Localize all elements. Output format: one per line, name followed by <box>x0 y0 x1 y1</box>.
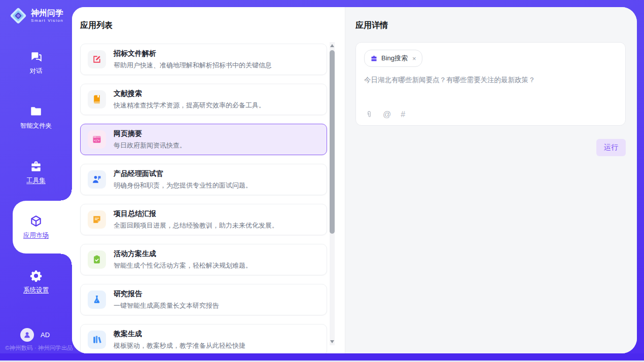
query-text[interactable]: 今日湖北有哪些新闻要点？有哪些需要关注的最新政策？ <box>364 76 617 85</box>
app-card[interactable]: 教案生成 模板驱动，教案秒成，教学准备从此轻松快捷 <box>80 324 327 353</box>
folder-icon <box>29 105 43 118</box>
at-mention-icon[interactable]: @ <box>383 111 391 119</box>
user-label: AD <box>41 331 50 339</box>
app-card-desc: 一键智能生成高质量长文本研究报告 <box>114 301 219 310</box>
clipboard-check-icon <box>88 250 106 269</box>
sidebar-item-chat[interactable]: 对话 <box>0 50 72 76</box>
app-card-desc: 智能生成个性化活动方案，轻松解决规划难题。 <box>114 261 252 270</box>
app-list-panel: 应用列表 招标文件解析 帮助用户快速、准确地理解和解析招标书中的关键信息 文献搜… <box>72 7 345 353</box>
app-detail-title: 应用详情 <box>355 20 626 31</box>
sidebar-item-label: 智能文件夹 <box>20 122 52 130</box>
brand-logo: 神州问学 Smart Vision <box>0 0 72 25</box>
app-card-texts: 招标文件解析 帮助用户快速、准确地理解和解析招标书中的关键信息 <box>114 49 272 70</box>
app-card-texts: 活动方案生成 智能生成个性化活动方案，轻松解决规划难题。 <box>114 249 252 270</box>
sidebar-item-app-market[interactable]: 应用市场 <box>0 214 72 240</box>
app-card-desc: 明确身份和职责，为您提供专业性的面试问题。 <box>114 181 252 190</box>
bottom-bar <box>0 353 644 360</box>
app-card-texts: 教案生成 模板驱动，教案秒成，教学准备从此轻松快捷 <box>114 330 245 350</box>
sidebar-item-label: 应用市场 <box>23 231 49 240</box>
app-detail-panel: 应用详情 Bing搜索 × 今日湖北有哪些新闻要点？有哪些需要关注的最新政策？ … <box>345 7 637 353</box>
app-card-desc: 全面回顾项目进展，总结经验教训，助力未来优化发展。 <box>114 221 278 230</box>
app-card-texts: 项目总结汇报 全面回顾项目进展，总结经验教训，助力未来优化发展。 <box>114 209 278 230</box>
diamond-logo-icon <box>9 7 27 25</box>
book-icon <box>88 90 106 108</box>
brand-subtitle: Smart Vision <box>31 18 63 23</box>
app-card[interactable]: 活动方案生成 智能生成个性化活动方案，轻松解决规划难题。 <box>80 244 327 275</box>
sidebar-item-toolset[interactable]: 工具集 <box>0 159 72 186</box>
app-card-title: 活动方案生成 <box>114 249 252 259</box>
flask-icon <box>88 291 106 309</box>
copyright-footer: ©神州数码 · 神州问学出品 <box>5 344 73 352</box>
interviewer-icon <box>88 170 106 189</box>
gear-icon <box>29 269 43 282</box>
tool-chip-bing-search[interactable]: Bing搜索 × <box>364 50 422 67</box>
chat-icon <box>29 50 43 63</box>
app-card[interactable]: 研究报告 一键智能生成高质量长文本研究报告 <box>80 284 327 315</box>
sidebar-item-label: 对话 <box>30 67 43 76</box>
brand-name: 神州问学 <box>31 9 63 18</box>
scrollbar[interactable] <box>330 42 335 345</box>
note-icon <box>88 210 106 229</box>
app-card-title: 招标文件解析 <box>114 49 272 58</box>
app-card-desc: 模板驱动，教案秒成，教学准备从此轻松快捷 <box>114 341 245 350</box>
scroll-up-icon[interactable] <box>330 44 334 47</box>
sidebar: 神州问学 Smart Vision 对话 智能文件夹 工具集 应用市场 系统设置… <box>0 0 72 360</box>
sidebar-item-smart-folder[interactable]: 智能文件夹 <box>0 104 72 131</box>
app-card-desc: 快速精准查找学术资源，提高研究效率的必备工具。 <box>114 101 265 110</box>
app-card-texts: 产品经理面试官 明确身份和职责，为您提供专业性的面试问题。 <box>114 169 252 190</box>
app-card-title: 研究报告 <box>114 289 219 299</box>
edit-square-icon <box>88 50 106 68</box>
cube-icon <box>29 214 43 228</box>
app-card-texts: 网页摘要 每日政府新闻资讯快查。 <box>114 129 186 150</box>
sidebar-item-label: 工具集 <box>26 176 46 185</box>
brand-text: 神州问学 Smart Vision <box>31 9 63 22</box>
app-card-title: 项目总结汇报 <box>114 209 278 219</box>
app-card-list: 招标文件解析 帮助用户快速、准确地理解和解析招标书中的关键信息 文献搜索 快速精… <box>80 44 327 353</box>
browser-code-icon: </> <box>88 130 106 149</box>
toolbox-icon <box>29 160 43 173</box>
app-card-title: 教案生成 <box>114 330 245 339</box>
app-card[interactable]: 文献搜索 快速精准查找学术资源，提高研究效率的必备工具。 <box>80 84 327 115</box>
sidebar-nav: 对话 智能文件夹 工具集 应用市场 系统设置 <box>0 50 72 295</box>
scroll-down-icon[interactable] <box>330 340 334 343</box>
tool-chip-label: Bing搜索 <box>381 54 408 63</box>
avatar[interactable] <box>20 328 34 342</box>
scrollbar-thumb[interactable] <box>330 50 335 234</box>
app-card[interactable]: </> 网页摘要 每日政府新闻资讯快查。 <box>80 124 327 155</box>
app-card-desc: 每日政府新闻资讯快查。 <box>114 141 186 150</box>
app-card-title: 文献搜索 <box>114 89 265 98</box>
main-content: 应用列表 招标文件解析 帮助用户快速、准确地理解和解析招标书中的关键信息 文献搜… <box>72 7 637 353</box>
books-icon <box>88 331 106 349</box>
app-list-title: 应用列表 <box>80 20 345 31</box>
app-card[interactable]: 产品经理面试官 明确身份和职责，为您提供专业性的面试问题。 <box>80 164 327 195</box>
app-card-texts: 文献搜索 快速精准查找学术资源，提高研究效率的必备工具。 <box>114 89 265 110</box>
app-card-texts: 研究报告 一键智能生成高质量长文本研究报告 <box>114 289 219 310</box>
hash-icon[interactable]: # <box>401 111 405 119</box>
app-card-title: 网页摘要 <box>114 129 186 138</box>
chip-close-icon[interactable]: × <box>412 55 416 62</box>
run-row: 运行 <box>355 139 626 156</box>
sidebar-item-label: 系统设置 <box>23 286 49 295</box>
run-button[interactable]: 运行 <box>596 139 626 156</box>
briefcase-icon <box>370 55 378 62</box>
app-card[interactable]: 项目总结汇报 全面回顾项目进展，总结经验教训，助力未来优化发展。 <box>80 204 327 235</box>
svg-text:</>: </> <box>94 138 100 142</box>
user-area: AD <box>0 328 72 342</box>
app-card-desc: 帮助用户快速、准确地理解和解析招标书中的关键信息 <box>114 61 272 70</box>
app-card-title: 产品经理面试官 <box>114 169 252 178</box>
app-card[interactable]: 招标文件解析 帮助用户快速、准确地理解和解析招标书中的关键信息 <box>80 44 327 75</box>
query-input-card[interactable]: Bing搜索 × 今日湖北有哪些新闻要点？有哪些需要关注的最新政策？ @ # <box>355 42 626 126</box>
input-toolbar: @ # <box>365 111 405 119</box>
sidebar-item-system-settings[interactable]: 系统设置 <box>0 269 72 295</box>
paperclip-icon[interactable] <box>365 111 373 119</box>
